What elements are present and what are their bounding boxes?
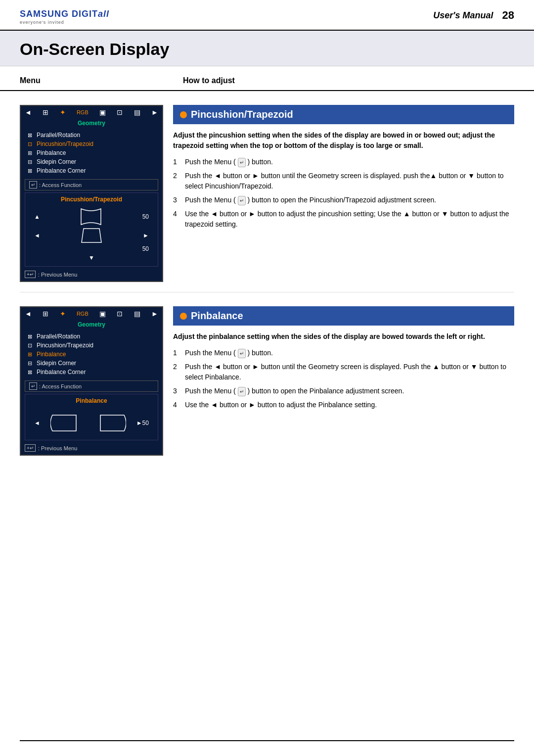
section-intro-2: Adjust the pinbalance setting when the s… [173, 331, 514, 342]
osd-pinbalance-icon-2: ⊞ [26, 351, 34, 358]
osd-item-parallel-2: ⊠ Parallel/Rotation [26, 332, 157, 341]
osd-access-icon: ↵ [29, 181, 37, 189]
step-2-2: 2 Push the ◄ button or ► button until th… [173, 362, 514, 382]
col-how-header: How to adjust [183, 76, 514, 85]
osd-right-arrow2: ► [143, 232, 149, 239]
manual-title: User's Manual [433, 10, 493, 21]
osd-parallel-icon-2: ⊠ [26, 333, 34, 340]
samsung-logo: SAMSUNG DIGITall [20, 9, 109, 19]
osd-toolbar-2: ◄ ⊞ ✦ RGB ▣ ⊡ ▤ ► [21, 307, 162, 320]
col-menu-header: Menu [20, 76, 183, 85]
logo-tagline: everyone's invited [20, 20, 109, 25]
osd-pinbalance-svg [50, 414, 78, 432]
osd-item-label: Sidepin Corner [37, 158, 76, 165]
menu-btn-icon4: ↵ [238, 387, 246, 396]
osd-pincushion-icon: ⊡ [26, 141, 34, 147]
osd-display-icon-2: ▤ [134, 310, 140, 318]
osd-row-trapezoid: ◄ ► [29, 228, 154, 243]
osd-access-label-2: : Access Function [39, 383, 82, 389]
osd-menu-list-1: ⊠ Parallel/Rotation ⊡ Pincushion/Trapezo… [21, 129, 162, 177]
step-2-3: 3 Push the Menu ( ↵ ) button to open the… [173, 386, 514, 396]
osd-rgb-icon: RGB [77, 109, 89, 115]
osd-prev-icon: +↵ [25, 271, 36, 278]
osd-value-pinbalance: 50 [142, 420, 149, 426]
osd-left-arrow-3: ◄ [34, 420, 40, 426]
menu-btn-icon2: ↵ [238, 196, 246, 205]
main-content: ◄ ⊞ ✦ RGB ▣ ⊡ ▤ ► Geometry ⊠ Parallel/Ro… [0, 91, 534, 466]
osd-menu-list-2: ⊠ Parallel/Rotation ⊡ Pincushion/Trapezo… [21, 330, 162, 378]
page-header: SAMSUNG DIGITall everyone's invited User… [0, 0, 534, 31]
osd-monitor-icon-2: ▣ [99, 310, 106, 318]
osd-item-label-2c: Pinbalance [37, 351, 66, 358]
osd-item-pinbalance-2: ⊞ Pinbalance [26, 350, 157, 359]
osd-right-arrow-3: ► [136, 420, 142, 426]
osd-sidepin-icon-2: ⊟ [26, 360, 34, 367]
osd-pinbalance-icon: ⊞ [26, 150, 34, 156]
osd-category-2: Geometry [21, 320, 162, 330]
page-footer [20, 740, 514, 741]
osd-settings-icon: ⊡ [117, 108, 123, 116]
section-title-bar-2: Pinbalance [173, 306, 514, 326]
section-pinbalance: ◄ ⊞ ✦ RGB ▣ ⊡ ▤ ► Geometry ⊠ Parallel/Ro… [20, 292, 514, 466]
osd-settings-icon-2: ⊡ [117, 310, 123, 318]
osd-pinbalance-svg2 [98, 414, 126, 432]
osd-item-pinbalance-corner-2: ⊠ Pinbalance Corner [26, 368, 157, 377]
section-pincushion: ◄ ⊞ ✦ RGB ▣ ⊡ ▤ ► Geometry ⊠ Parallel/Ro… [20, 91, 514, 292]
step-1-3: 3 Push the Menu ( ↵ ) button to open the… [173, 195, 514, 205]
osd-category-1: Geometry [21, 119, 162, 129]
step-2-1: 1 Push the Menu ( ↵ ) button. [173, 348, 514, 358]
section-intro-1: Adjust the pincushion setting when the s… [173, 130, 514, 151]
osd-prev-label-2: : Previous Menu [38, 445, 77, 451]
osd-arrow-right-icon-2: ► [151, 310, 158, 318]
osd-item-label: Pinbalance Corner [37, 167, 86, 174]
osd-item-label: Parallel/Rotation [37, 132, 80, 139]
page-number: 28 [502, 9, 514, 22]
osd-pinbalance-corner-icon: ⊠ [26, 168, 34, 174]
osd-active-icon-2: ✦ [60, 310, 66, 318]
osd-arrow-left-icon: ◄ [25, 108, 32, 116]
osd-left-arrow: ◄ [34, 232, 40, 239]
osd-sidepin-icon: ⊟ [26, 159, 34, 165]
osd-item-label-2a: Parallel/Rotation [37, 333, 80, 340]
osd-pinbalance-corner-icon-2: ⊠ [26, 369, 34, 376]
instructions-pincushion: Pincushion/Trapezoid Adjust the pincushi… [173, 105, 514, 282]
osd-display-icon: ▤ [134, 108, 140, 116]
logo: SAMSUNG DIGITall everyone's invited [20, 9, 109, 25]
osd-parallel-icon: ⊠ [26, 132, 34, 139]
header-right: User's Manual 28 [433, 9, 514, 22]
osd-geometry-icon-2: ⊞ [43, 310, 48, 318]
column-headers: Menu How to adjust [0, 71, 534, 91]
osd-access-icon-2: ↵ [29, 382, 37, 390]
osd-up-arrow: ▲ [34, 213, 40, 220]
osd-panel-pinbalance: ◄ ⊞ ✦ RGB ▣ ⊡ ▤ ► Geometry ⊠ Parallel/Ro… [20, 306, 163, 456]
step-1-4: 4 Use the ◄ button or ► button to adjust… [173, 209, 514, 230]
osd-item-label: Pincushion/Trapezoid [37, 141, 93, 147]
osd-item-sidepin-2: ⊟ Sidepin Corner [26, 359, 157, 368]
section-title-2: Pinbalance [191, 310, 243, 322]
osd-prev-icon-2: +↵ [25, 444, 36, 452]
section-dot-2 [180, 313, 187, 320]
osd-trapezoid-svg [80, 228, 103, 243]
osd-active-icon: ✦ [60, 108, 66, 116]
menu-btn-icon: ↵ [238, 158, 246, 167]
page-title-section: On-Screen Display [0, 31, 534, 66]
osd-item-label-2b: Pincushion/Trapezoid [37, 342, 93, 349]
osd-item-parallel: ⊠ Parallel/Rotation [26, 131, 157, 140]
osd-access-function-2: ↵ : Access Function [25, 380, 158, 392]
osd-pincushion-svg [79, 208, 103, 226]
osd-prev-menu-1: +↵ : Previous Menu [21, 269, 162, 281]
step-2-4: 4 Use the ◄ button or ► button to adjust… [173, 400, 514, 410]
osd-access-label: : Access Function [39, 182, 82, 188]
osd-row-pincushion: ▲ 50 [29, 208, 154, 226]
osd-item-sidepin: ⊟ Sidepin Corner [26, 157, 157, 166]
osd-geometry-icon: ⊞ [43, 108, 48, 116]
step-1-2: 2 Push the ◄ button or ► button until th… [173, 171, 514, 191]
osd-panel-pincushion: ◄ ⊞ ✦ RGB ▣ ⊡ ▤ ► Geometry ⊠ Parallel/Ro… [20, 105, 163, 282]
page-title: On-Screen Display [20, 40, 514, 59]
osd-value-pincushion: 50 [142, 213, 149, 220]
section-title-1: Pincushion/Trapezoid [191, 109, 293, 120]
section-title-bar-1: Pincushion/Trapezoid [173, 105, 514, 124]
osd-item-pinbalance: ⊞ Pinbalance [26, 148, 157, 157]
osd-item-pincushion-2: ⊡ Pincushion/Trapezoid [26, 341, 157, 350]
osd-item-label-2e: Pinbalance Corner [37, 369, 86, 376]
